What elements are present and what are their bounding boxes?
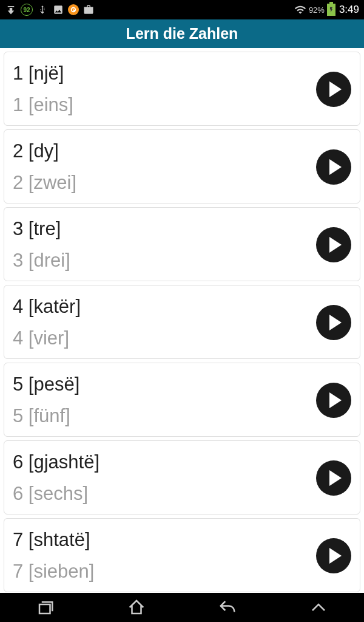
back-button[interactable] (214, 594, 241, 621)
recent-apps-button[interactable] (32, 594, 59, 621)
list-item-text: 7 [shtatë] 7 [sieben] (13, 529, 94, 583)
secondary-label: 2 [zwei] (13, 172, 76, 194)
play-button[interactable] (316, 149, 351, 185)
battery-icon (327, 4, 335, 16)
primary-label: 2 [dy] (13, 140, 76, 162)
usb-icon (36, 4, 49, 16)
download-icon (5, 4, 17, 16)
primary-label: 1 [një] (13, 63, 73, 84)
status-right: 92% 3:49 (294, 4, 359, 16)
primary-label: 5 [pesë] (13, 374, 79, 395)
secondary-label: 7 [sieben] (13, 561, 94, 583)
list-item-text: 4 [katër] 4 [vier] (13, 296, 81, 349)
app-header: Lern die Zahlen (0, 19, 364, 48)
primary-label: 6 [gjashtë] (13, 451, 99, 473)
home-button[interactable] (123, 594, 150, 621)
status-left-icons: 92 (5, 4, 95, 16)
list-item[interactable]: 6 [gjashtë] 6 [sechs] (4, 440, 360, 514)
list-item[interactable]: 2 [dy] 2 [zwei] (4, 129, 360, 203)
clock-label: 3:49 (339, 4, 359, 16)
play-button[interactable] (316, 72, 351, 107)
play-icon (329, 81, 342, 97)
list-item[interactable]: 5 [pesë] 5 [fünf] (4, 363, 360, 437)
list-item[interactable]: 4 [katër] 4 [vier] (4, 285, 360, 359)
play-button[interactable] (316, 460, 351, 496)
play-icon (329, 237, 342, 253)
battery-percent-label: 92% (309, 5, 325, 15)
number-list: 1 [një] 1 [eins] 2 [dy] 2 [zwei] 3 [tre]… (0, 52, 364, 592)
secondary-label: 1 [eins] (13, 94, 73, 116)
secondary-label: 4 [vier] (13, 327, 81, 349)
play-button[interactable] (316, 383, 351, 418)
play-icon (329, 548, 342, 564)
list-item-text: 5 [pesë] 5 [fünf] (13, 374, 79, 427)
shop-icon (83, 4, 95, 16)
android-nav-bar (0, 593, 364, 622)
app-notification-icon (68, 4, 79, 15)
primary-label: 7 [shtatë] (13, 529, 94, 551)
battery-badge-icon: 92 (21, 4, 33, 16)
menu-up-button[interactable] (305, 594, 332, 621)
page-title: Lern die Zahlen (126, 25, 238, 43)
secondary-label: 6 [sechs] (13, 483, 99, 505)
secondary-label: 3 [drei] (13, 250, 70, 272)
list-item[interactable]: 1 [një] 1 [eins] (4, 52, 360, 126)
play-button[interactable] (316, 227, 351, 262)
list-item-text: 6 [gjashtë] 6 [sechs] (13, 451, 99, 505)
picture-icon (52, 4, 64, 16)
android-status-bar: 92 92% 3:49 (0, 0, 364, 19)
list-item[interactable]: 7 [shtatë] 7 [sieben] (4, 518, 360, 592)
primary-label: 3 [tre] (13, 218, 70, 240)
list-item-text: 1 [një] 1 [eins] (13, 63, 73, 116)
wifi-icon (294, 4, 306, 16)
secondary-label: 5 [fünf] (13, 405, 79, 427)
primary-label: 4 [katër] (13, 296, 81, 318)
play-icon (329, 159, 342, 175)
list-item-text: 3 [tre] 3 [drei] (13, 218, 70, 272)
play-button[interactable] (316, 305, 351, 340)
list-item[interactable]: 3 [tre] 3 [drei] (4, 207, 360, 281)
play-button[interactable] (316, 538, 351, 573)
play-icon (329, 315, 342, 330)
list-item-text: 2 [dy] 2 [zwei] (13, 140, 76, 194)
play-icon (329, 470, 342, 486)
play-icon (329, 392, 342, 408)
